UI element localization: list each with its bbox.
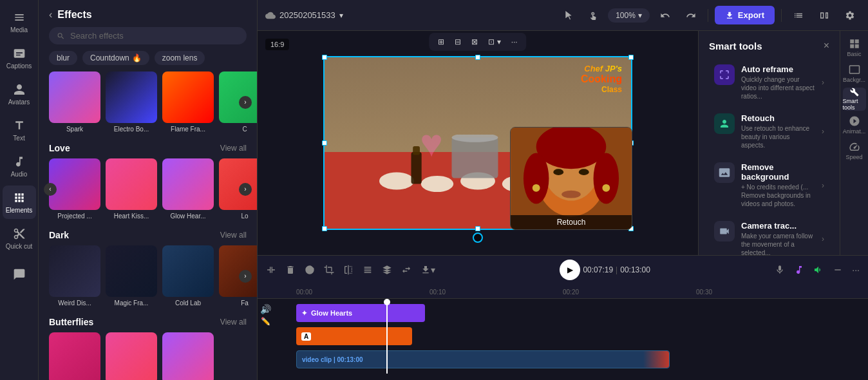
effect-vis-icon (794, 265, 804, 275)
effect-magic[interactable]: Magic Fra... (106, 245, 157, 307)
tl-split2-btn[interactable] (398, 261, 415, 278)
layout-split-button[interactable] (814, 8, 835, 23)
rs-speed[interactable]: Speed (843, 139, 866, 162)
sidebar-item-avatars[interactable]: Avatars (3, 77, 36, 111)
track-audio[interactable]: A (296, 327, 412, 345)
project-name: 202502051533 (279, 10, 335, 20)
effect-butterfly-3[interactable]: ... (162, 332, 214, 380)
sidebar-item-quickcut[interactable]: Quick cut (3, 222, 36, 255)
project-dropdown[interactable]: ▾ (339, 11, 343, 20)
effect-card-flame[interactable]: Flame Fra... (162, 71, 214, 133)
smart-tools-close[interactable]: × (824, 40, 829, 52)
rotate-handle[interactable] (473, 233, 483, 243)
float-transform-btn[interactable]: ⊠ (467, 35, 482, 48)
effect-coldlab[interactable]: Cold Lab (162, 245, 214, 307)
tl-ai-btn[interactable] (379, 261, 395, 278)
settings-button[interactable] (840, 8, 860, 23)
dark-next-arrow[interactable]: › (239, 270, 252, 283)
sidebar-item-audio[interactable]: Audio (3, 149, 36, 183)
float-crop-btn[interactable]: ⊞ (434, 35, 448, 48)
tl-split-btn[interactable] (263, 261, 279, 278)
sidebar-item-captions2[interactable] (3, 258, 36, 291)
effect-card-electro[interactable]: Electro Bo... (106, 71, 157, 133)
love-next-arrow[interactable]: › (239, 183, 252, 196)
rs-animate[interactable]: Animat... (843, 113, 866, 137)
pointer-tool[interactable] (559, 8, 578, 23)
effect-card-spark[interactable]: Spark (49, 71, 100, 133)
smart-tool-retouch[interactable]: Retouch Use retouch to enhance beauty in… (704, 107, 835, 156)
dark-view-all[interactable]: View all (220, 231, 247, 240)
tl-speed-btn[interactable] (301, 261, 318, 278)
featured-next-arrow[interactable]: › (239, 96, 252, 109)
auto-reframe-text: Auto reframe Quickly change your video i… (741, 64, 815, 100)
tl-arrange-btn[interactable] (359, 261, 376, 278)
sidebar-item-elements[interactable]: Elements (3, 185, 36, 219)
tag-countdown[interactable]: Countdown 🔥 (82, 51, 149, 65)
export-icon (725, 11, 734, 20)
tl-export-btn[interactable]: ▾ (417, 261, 439, 278)
tl-mic-btn[interactable] (771, 261, 788, 278)
playhead[interactable] (386, 299, 388, 374)
redo-button[interactable] (681, 8, 701, 23)
tag-zoomlens[interactable]: zoom lens (155, 51, 205, 65)
butterflies-view-all[interactable]: View all (220, 318, 247, 327)
rs-basic[interactable]: Basic (843, 36, 866, 59)
smart-tools-header: Smart tools × (699, 31, 840, 58)
love-prev-arrow[interactable]: ‹ (44, 183, 57, 196)
play-button[interactable]: ▶ (560, 260, 580, 280)
rs-smart-tools[interactable]: Smart tools (843, 88, 866, 111)
remove-bg-arrow: › (822, 181, 824, 190)
export-button[interactable]: Export (715, 6, 775, 24)
aspect-ratio-badge: 16:9 (265, 39, 289, 50)
tag-blur[interactable]: blur (49, 51, 77, 65)
effect-projected[interactable]: Projected ... (49, 158, 100, 220)
svg-point-1 (421, 175, 453, 191)
smart-tool-remove-bg[interactable]: Remove background + No credits needed (.… (704, 156, 835, 214)
tl-more2-btn[interactable]: ··· (849, 261, 863, 278)
speed-icon (849, 141, 860, 153)
flip-icon (343, 265, 354, 275)
ruler-10: 00:10 (429, 289, 563, 296)
effect-heartkiss[interactable]: Heart Kiss... (106, 158, 157, 220)
effects-scroll: Spark Electro Bo... Flame Fra... C › Lov… (39, 71, 257, 380)
float-zoom-btn[interactable]: ⊡ ▾ (484, 35, 504, 48)
undo-button[interactable] (655, 8, 675, 23)
smart-tool-camera-track[interactable]: Camera trac... Make your camera follow t… (704, 214, 835, 255)
tl-audio-vis-btn[interactable] (810, 261, 827, 278)
rs-background[interactable]: Backgr... (843, 62, 866, 85)
featured-row: Spark Electro Bo... Flame Fra... C › (49, 71, 247, 133)
love-view-all[interactable]: View all (220, 144, 247, 153)
sidebar-item-captions[interactable]: Captions (3, 41, 36, 75)
tl-delete-btn[interactable] (282, 261, 299, 278)
tl-minus-btn[interactable] (829, 261, 846, 278)
effect-butterfly-1[interactable]: ... (49, 332, 100, 380)
zoom-control[interactable]: 100% ▾ (608, 8, 650, 23)
effect-weird[interactable]: Weird Dis... (49, 245, 100, 307)
effect-glowhear[interactable]: Glow Hear... (162, 158, 214, 220)
track-glow-hearts[interactable]: ✦ Glow Hearts (296, 304, 425, 322)
search-input[interactable] (70, 31, 239, 41)
back-button[interactable]: ‹ (49, 9, 52, 21)
search-box[interactable] (49, 27, 247, 44)
tags-row: blur Countdown 🔥 zoom lens (39, 51, 257, 71)
sidebar-item-text[interactable]: Text (3, 113, 36, 147)
canvas-area: 16:9 (258, 31, 868, 255)
smart-tool-auto-reframe[interactable]: Auto reframe Quickly change your video i… (704, 58, 835, 107)
float-more-btn[interactable]: ··· (507, 35, 522, 48)
float-resize-btn[interactable]: ⊟ (451, 35, 465, 48)
layout-list-button[interactable] (788, 8, 809, 23)
canvas-frame[interactable]: ♥ Chef JP's Cooking Class (323, 56, 632, 230)
tl-crop-btn[interactable] (321, 261, 337, 278)
volume-btn[interactable]: 🔊 (260, 304, 271, 314)
hand-tool[interactable] (583, 8, 603, 23)
video-thumb-strip (643, 351, 669, 368)
canvas-wrapper: 16:9 (258, 31, 698, 255)
effect-butterfly-2[interactable]: ... (106, 332, 157, 380)
camera-track-icon (714, 221, 735, 242)
tl-flip-btn[interactable] (340, 261, 357, 278)
add-track-btn[interactable]: ✏️ (260, 317, 271, 326)
sidebar-item-media[interactable]: Media (3, 5, 36, 39)
smart-icon (849, 88, 860, 97)
tl-effect-vis-btn[interactable] (791, 261, 807, 278)
track-video[interactable]: video clip | 00:13:00 (296, 350, 670, 368)
